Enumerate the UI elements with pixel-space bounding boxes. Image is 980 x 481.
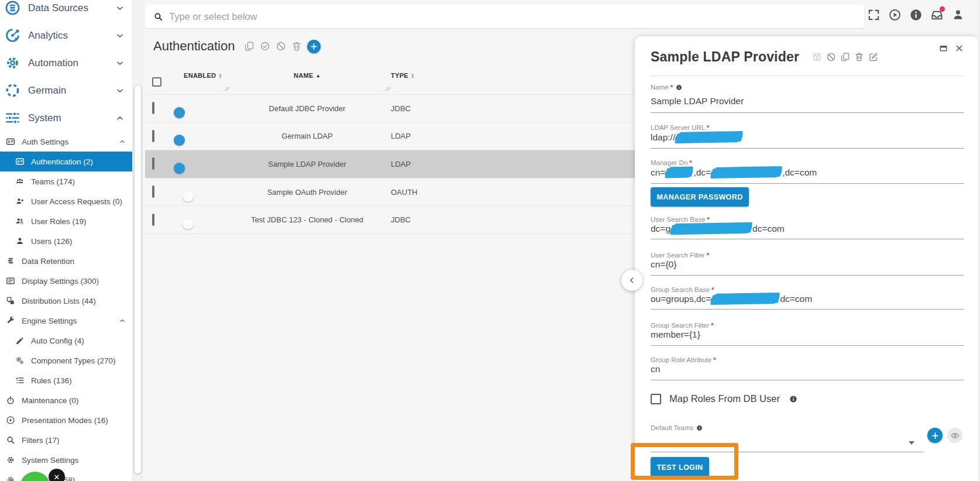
sidebar-item-presentation-modes-16[interactable]: Presentation Modes (16) <box>0 410 132 430</box>
field-label-default-teams: Default Teams <box>651 424 703 431</box>
sidebar-item-user-roles-19[interactable]: User Roles (19) <box>0 211 132 231</box>
field-label-user-search-filter: User Search Filter* <box>651 252 709 259</box>
sidebar-item-system[interactable]: System <box>0 104 132 132</box>
chat-widget-close-icon[interactable]: ✕ <box>49 469 65 481</box>
sidebar-item-158[interactable]: (158) <box>0 470 132 481</box>
add-team-button[interactable] <box>927 428 943 443</box>
row-checkbox[interactable] <box>152 185 154 198</box>
column-resize-handle[interactable]: // <box>223 86 231 92</box>
copy-icon[interactable] <box>244 41 255 51</box>
field-value-name[interactable]: Sample LDAP Provider <box>651 96 744 106</box>
germain-icon <box>5 83 20 98</box>
sidebar-item-engine-settings[interactable]: Engine Settings <box>0 311 132 331</box>
column-header-enabled[interactable]: ENABLED▲▼ <box>170 66 228 79</box>
row-checkbox[interactable] <box>152 214 154 226</box>
sidebar-item-auto-config-4[interactable]: Auto Config (4) <box>0 331 132 351</box>
field-value-group-search-base[interactable]: ou=groups,dc=dc=com <box>651 294 812 304</box>
add-button[interactable] <box>307 40 321 53</box>
row-name: Germain LDAP <box>228 132 386 140</box>
sidebar-scrollbar-track[interactable] <box>132 0 143 481</box>
field-underline <box>651 148 964 149</box>
sidebar-item-label: Maintenance (0) <box>22 396 79 405</box>
column-resize-handle[interactable]: // <box>384 86 391 92</box>
field-value-group-role-attribute[interactable]: cn <box>651 364 660 375</box>
redaction-scribble <box>676 132 742 143</box>
column-header-type[interactable]: TYPE▲▼ <box>386 66 480 79</box>
table-row[interactable]: Default JDBC ProviderJDBC <box>145 95 635 123</box>
page-title: Authentication <box>153 39 235 54</box>
field-value-manager-dn[interactable]: cn=,dc=,dc=com <box>651 167 817 178</box>
sidebar-item-users-126[interactable]: Users (126) <box>0 231 132 251</box>
table-header: ENABLED▲▼NAME▲TYPE▲▼//// <box>145 66 635 95</box>
panel-collapse-button[interactable] <box>621 270 642 291</box>
column-header-name[interactable]: NAME▲ <box>228 66 386 79</box>
sidebar-item-label: User Access Requests (0) <box>31 197 122 206</box>
sidebar-item-user-access-requests-0[interactable]: User Access Requests (0) <box>0 191 132 211</box>
sidebar-nav: Data SourcesAnalyticsAutomationGermainSy… <box>0 0 132 481</box>
required-asterisk: * <box>670 84 673 91</box>
select-all-checkbox[interactable] <box>152 77 161 87</box>
sidebar-item-data-retention[interactable]: Data Retention <box>0 251 132 271</box>
sidebar-item-distribution-lists-44[interactable]: Distribution Lists (44) <box>0 291 132 311</box>
sidebar: Data SourcesAnalyticsAutomationGermainSy… <box>0 0 132 481</box>
play-circle-icon[interactable] <box>888 8 902 22</box>
table-row[interactable]: Sample LDAP ProviderLDAP <box>145 150 635 178</box>
row-checkbox[interactable] <box>152 102 154 114</box>
fullscreen-icon[interactable] <box>867 8 881 22</box>
play-circle-icon <box>6 415 15 425</box>
system-icon <box>5 110 20 126</box>
sidebar-item-component-types-270[interactable]: Component Types (270) <box>0 351 132 370</box>
sidebar-item-label: User Roles (19) <box>31 217 87 226</box>
sidebar-item-display-settings-300[interactable]: Display Settings (300) <box>0 271 132 291</box>
check-circle-icon[interactable] <box>260 41 270 51</box>
manager-password-button[interactable]: MANAGER PASSWORD <box>651 187 749 207</box>
sidebar-item-label: Rules (136) <box>31 376 72 385</box>
sidebar-item-data-sources[interactable]: Data Sources <box>0 0 132 22</box>
dropdown-underline <box>651 452 923 452</box>
sidebar-item-auth-settings[interactable]: Auth Settings <box>0 132 132 152</box>
sidebar-item-authentication-2[interactable]: Authentication (2) <box>0 152 132 171</box>
sidebar-item-label: Automation <box>28 57 78 69</box>
table-row[interactable]: Germain LDAPLDAP <box>145 123 635 151</box>
dropdown-caret-icon[interactable] <box>909 441 914 445</box>
inbox-icon[interactable] <box>930 8 944 22</box>
info-circle-icon <box>696 425 703 431</box>
field-underline <box>651 309 964 310</box>
field-value-user-search-base[interactable]: dc=gdc=com <box>651 224 785 234</box>
sidebar-item-system-settings[interactable]: System Settings <box>0 450 132 470</box>
row-checkbox[interactable] <box>152 130 154 142</box>
row-checkbox[interactable] <box>152 157 154 170</box>
sidebar-item-label: Auth Settings <box>22 138 68 146</box>
search-input[interactable] <box>169 11 864 22</box>
app-root: { "app": { "search_placeholder": "Type o… <box>0 0 980 481</box>
ban-icon[interactable] <box>276 41 286 51</box>
sidebar-scrollbar-thumb[interactable] <box>134 85 142 474</box>
required-asterisk: * <box>689 159 692 166</box>
sidebar-item-teams-174[interactable]: Teams (174) <box>0 171 132 191</box>
trash-icon[interactable] <box>291 41 302 51</box>
sidebar-item-maintenance-0[interactable]: Maintenance (0) <box>0 390 132 410</box>
field-value-user-search-filter[interactable]: cn={0} <box>651 259 676 270</box>
gear-icon <box>6 475 15 481</box>
table-row[interactable]: Sample OAuth ProviderOAUTH <box>145 178 635 207</box>
user-icon[interactable] <box>951 8 965 22</box>
field-value-ldap-server-url[interactable]: ldap:// <box>651 132 743 143</box>
info-circle-icon[interactable] <box>909 8 923 22</box>
detail-panel: Sample LDAP Provider Name*Sample LDAP Pr… <box>635 36 978 481</box>
plus-icon <box>931 431 940 440</box>
sidebar-item-germain[interactable]: Germain <box>0 77 132 104</box>
table-row[interactable]: Test JDBC 123 - Cloned - ClonedJDBC <box>145 206 635 234</box>
maintenance-icon <box>6 396 15 405</box>
field-value-group-search-filter[interactable]: member={1} <box>651 329 700 340</box>
sidebar-item-analytics[interactable]: Analytics <box>0 22 132 49</box>
sidebar-item-filters-17[interactable]: Filters (17) <box>0 430 132 450</box>
test-login-button[interactable]: TEST LOGIN <box>651 457 709 477</box>
row-type: OAUTH <box>386 188 480 197</box>
sidebar-item-label: Authentication (2) <box>31 157 93 166</box>
sidebar-item-rules-136[interactable]: Rules (136) <box>0 370 132 390</box>
toggle-knob <box>174 107 185 118</box>
sidebar-item-automation[interactable]: Automation <box>0 49 132 77</box>
info-circle-icon <box>676 84 682 91</box>
view-teams-button[interactable] <box>947 428 962 443</box>
map-roles-checkbox[interactable] <box>651 394 661 404</box>
